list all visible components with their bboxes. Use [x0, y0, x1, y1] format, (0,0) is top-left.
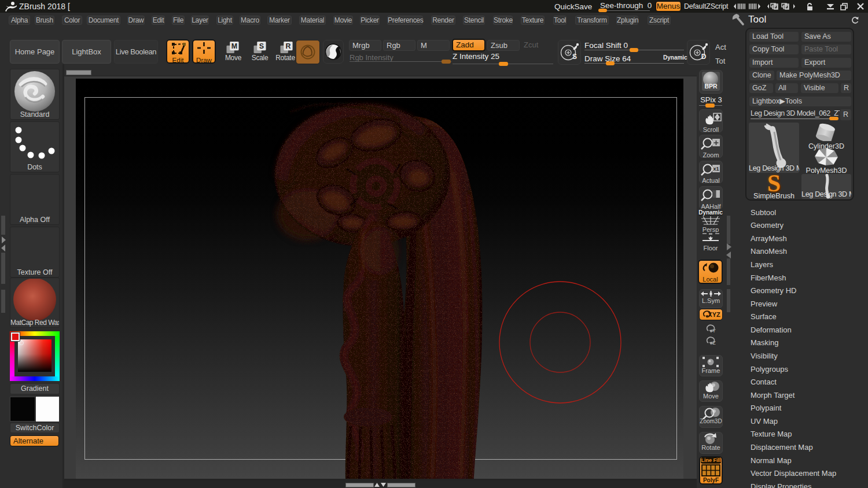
svg-text:Z: Z: [712, 340, 716, 346]
svg-text:D: D: [701, 53, 707, 61]
svg-text:x1: x1: [713, 166, 719, 172]
svg-text:S: S: [572, 53, 577, 61]
svg-text:BPR: BPR: [704, 83, 718, 90]
svg-text:S: S: [259, 42, 264, 50]
svg-text:R: R: [285, 42, 290, 50]
svg-text:M: M: [231, 42, 237, 50]
svg-text:Y: Y: [712, 328, 716, 334]
svg-text:XYZ: XYZ: [708, 311, 720, 318]
